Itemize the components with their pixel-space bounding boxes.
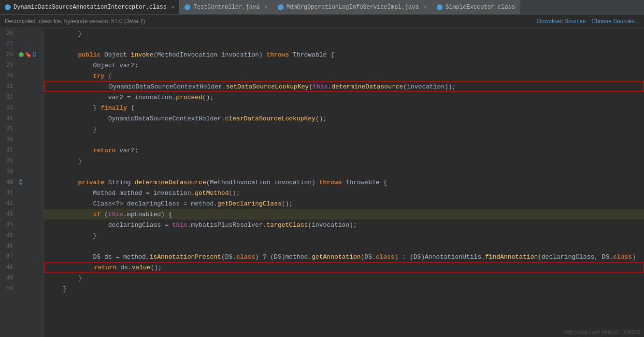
tab-label-3: MdmOrgOperationLogInfoServiceImpl.java (286, 4, 419, 11)
gutter-line-36: 36 (0, 134, 43, 145)
code-line-31: DynamicDataSourceContextHolder.setDataSo… (44, 81, 644, 92)
tab-bar: DynamicDataSourceAnnotationInterceptor.c… (0, 0, 644, 15)
tab-icon-1 (5, 4, 11, 10)
code-line-35: } (44, 124, 644, 134)
at-icon-28: @ (33, 51, 36, 58)
gutter-line-43: 43 (0, 209, 43, 220)
code-line-28: public Object invoke(MethodInvocation in… (44, 49, 644, 60)
code-line-49: } (44, 273, 644, 283)
code-line-37: return var2; (44, 145, 644, 156)
tab-icon-3 (278, 4, 284, 10)
tab-label-4: SimpleExecutor.class (445, 4, 515, 11)
code-line-29: Object var2; (44, 60, 644, 71)
tab-testcontroller[interactable]: TestController.java ✕ (180, 0, 272, 14)
code-line-48: return ds.value(); (44, 262, 644, 273)
tab-mdmorg[interactable]: MdmOrgOperationLogInfoServiceImpl.java ✕ (273, 0, 432, 14)
code-area: 26 27 28 🔖 @ 29 30 31 (0, 28, 644, 337)
gutter-line-38: 38 (0, 156, 43, 166)
tab-icon-2 (185, 4, 190, 10)
gutter-line-49: 49 (0, 273, 43, 283)
decompiled-info: Decompiled .class file, bytecode version… (5, 18, 145, 25)
gutter-line-33: 33 (0, 103, 43, 113)
info-bar: Decompiled .class file, bytecode version… (0, 15, 644, 28)
tab-simpleexecutor[interactable]: SimpleExecutor.class (432, 0, 520, 14)
gutter-line-26: 26 (0, 28, 43, 39)
gutter-line-40: 40 @ (0, 177, 43, 188)
tab-icon-4 (437, 4, 443, 10)
code-line-50: } (44, 283, 644, 294)
close-tab-3[interactable]: ✕ (424, 4, 427, 10)
close-tab-2[interactable]: ✕ (264, 4, 268, 10)
at-icon-40: @ (19, 179, 22, 186)
code-line-40: private String determineDatasource(Metho… (44, 177, 644, 188)
anno-icon-28: 🔖 (25, 51, 32, 59)
code-line-33: } finally { (44, 103, 644, 113)
gutter-line-32: 32 (0, 92, 43, 103)
line-gutter: 26 27 28 🔖 @ 29 30 31 (0, 28, 44, 337)
code-line-43: if (this.mpEnabled) { (44, 209, 644, 220)
download-sources-link[interactable]: Download Sources (537, 18, 586, 25)
code-line-36 (44, 134, 644, 145)
watermark: http://blog.csdn.net/u011206543 (564, 329, 640, 335)
gutter-line-44: 44 (0, 220, 43, 230)
choose-sources-link[interactable]: Choose Sources... (591, 18, 639, 25)
tab-label-2: TestController.java (193, 4, 259, 11)
code-line-38: } (44, 156, 644, 166)
info-actions: Download Sources Choose Sources... (537, 18, 639, 25)
gutter-line-34: 34 (0, 113, 43, 124)
code-line-44: declaringClass = this.mybatisPlusResolve… (44, 220, 644, 230)
gutter-line-50: 50 (0, 283, 43, 294)
tab-label-1: DynamicDataSourceAnnotationInterceptor.c… (14, 4, 167, 11)
gutter-line-46: 46 (0, 241, 43, 251)
gutter-line-47: 47 (0, 251, 43, 262)
code-line-32: var2 = invocation.proceed(); (44, 92, 644, 103)
code-line-47: DS ds = method.isAnnotationPresent(DS.cl… (44, 251, 644, 262)
code-line-41: Method method = invocation.getMethod(); (44, 188, 644, 198)
gutter-line-37: 37 (0, 145, 43, 156)
gutter-line-35: 35 (0, 124, 43, 134)
gutter-line-30: 30 (0, 71, 43, 81)
gutter-line-31: 31 (0, 81, 43, 92)
gutter-line-45: 45 (0, 230, 43, 241)
gutter-line-28: 28 🔖 @ (0, 49, 43, 60)
gutter-line-41: 41 (0, 188, 43, 198)
gutter-line-48: 48 (0, 262, 43, 273)
tab-dynamicdatasource[interactable]: DynamicDataSourceAnnotationInterceptor.c… (0, 0, 180, 14)
code-line-30: try { (44, 71, 644, 81)
gutter-line-39: 39 (0, 166, 43, 177)
gutter-line-29: 29 (0, 60, 43, 71)
code-line-34: DynamicDataSourceContextHolder.clearData… (44, 113, 644, 124)
code-line-39 (44, 166, 644, 177)
code-content: } public Object invoke(MethodInvocation … (44, 28, 644, 337)
code-line-42: Class<?> declaringClass = method.getDecl… (44, 198, 644, 209)
code-line-26: } (44, 28, 644, 39)
code-line-27 (44, 39, 644, 49)
gutter-line-27: 27 (0, 39, 43, 49)
breakpoint-icon-28[interactable] (19, 52, 24, 57)
code-line-45: } (44, 230, 644, 241)
code-line-46 (44, 241, 644, 251)
gutter-line-42: 42 (0, 198, 43, 209)
close-tab-1[interactable]: ✕ (172, 4, 175, 10)
